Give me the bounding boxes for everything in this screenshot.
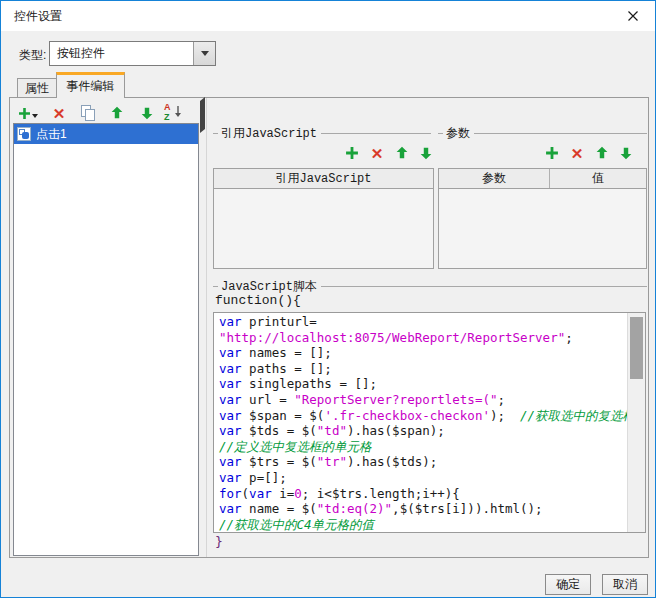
code-line: var url = "ReportServer?reportlets=("; [219, 392, 626, 408]
tab-event-edit[interactable]: 事件编辑 [56, 72, 125, 98]
copy-event-button[interactable] [77, 103, 99, 123]
panel-splitter[interactable] [206, 98, 207, 557]
chevron-down-icon [201, 51, 209, 56]
plus-icon [545, 146, 559, 160]
chevron-down-icon [32, 114, 38, 118]
add-param-button[interactable] [541, 143, 563, 163]
script-code-editor[interactable]: var printurl="http://localhost:8075/WebR… [213, 312, 646, 533]
code-line: var names = []; [219, 345, 626, 361]
column-header-param: 参数 [439, 169, 549, 188]
code-line: var $span = $('.fr-checkbox-checkon'); /… [219, 408, 626, 424]
arrow-right-icon [200, 108, 205, 133]
event-list[interactable]: 点击1 [13, 123, 199, 556]
event-item-label: 点击1 [36, 126, 67, 143]
params-table-header: 参数 值 [439, 169, 646, 189]
move-down-event-button[interactable] [136, 103, 158, 123]
close-button[interactable] [623, 6, 643, 26]
code-line: var p=[]; [219, 470, 626, 486]
sort-events-button[interactable]: A Z [161, 103, 183, 123]
editor-scrollbar-thumb[interactable] [630, 317, 643, 379]
cancel-button[interactable]: 取消 [602, 574, 648, 595]
code-line: var $trs = $("tr").has($tds); [219, 454, 626, 470]
code-line: "http://localhost:8075/WebReport/ReportS… [219, 330, 626, 346]
code-line: //定义选中复选框的单元格 [219, 439, 626, 455]
list-item-click1[interactable]: 点击1 [14, 124, 198, 144]
arrow-down-icon [418, 145, 434, 161]
column-header-value: 值 [549, 169, 646, 188]
widget-type-select[interactable]: 按钮控件 [49, 41, 216, 66]
delete-x-icon: ✕ [371, 146, 384, 161]
event-item-icon [17, 127, 31, 141]
params-group-label: 参数 [438, 126, 647, 140]
reference-js-table[interactable]: 引用JavaScript [213, 168, 434, 269]
script-group-label: JavaScript脚本 [213, 279, 647, 293]
sort-arrow-icon [174, 104, 182, 120]
function-open-text: function(){ [215, 293, 301, 308]
copy-icon [79, 104, 97, 122]
move-up-reference-button[interactable] [391, 143, 413, 163]
code-line: var singlepaths = []; [219, 376, 626, 392]
code-content: var printurl="http://localhost:8075/WebR… [219, 314, 626, 532]
delete-param-button[interactable]: ✕ [566, 143, 588, 163]
code-line: var name = $("td:eq(2)",$($trs[i])).html… [219, 501, 626, 517]
arrow-down-icon [618, 145, 634, 161]
editor-scrollbar[interactable] [627, 313, 645, 532]
add-reference-button[interactable] [341, 143, 363, 163]
titlebar: 控件设置 [1, 1, 655, 31]
column-header: 引用JavaScript [214, 169, 433, 188]
arrow-up-icon [109, 105, 125, 121]
tab-properties[interactable]: 属性 [17, 78, 57, 98]
control-settings-dialog: 控件设置 类型: 按钮控件 属性 事件编辑 ✕ [0, 0, 656, 598]
close-icon [625, 8, 641, 24]
delete-x-icon: ✕ [53, 106, 66, 121]
code-line: //获取选中的C4单元格的值 [219, 517, 626, 533]
delete-reference-button[interactable]: ✕ [366, 143, 388, 163]
sort-az-icon: A Z [162, 103, 182, 123]
reference-js-table-header: 引用JavaScript [214, 169, 433, 189]
code-line: var $tds = $("td").has($span); [219, 423, 626, 439]
plus-icon [18, 107, 31, 120]
ok-button[interactable]: 确定 [545, 574, 591, 595]
function-close-text: } [215, 534, 223, 549]
move-up-param-button[interactable] [591, 143, 613, 163]
reference-js-group-label: 引用JavaScript [213, 126, 431, 140]
move-down-reference-button[interactable] [415, 143, 437, 163]
add-event-button[interactable] [17, 103, 39, 123]
widget-type-value: 按钮控件 [50, 42, 193, 65]
arrow-down-icon [139, 105, 155, 121]
delete-event-button[interactable]: ✕ [48, 103, 70, 123]
arrow-up-icon [594, 145, 610, 161]
widget-type-dropdown-button[interactable] [193, 42, 215, 65]
code-line: var paths = []; [219, 361, 626, 377]
delete-x-icon: ✕ [571, 146, 584, 161]
window-title: 控件设置 [14, 1, 62, 31]
code-line: var printurl= [219, 314, 626, 330]
type-label: 类型: [19, 47, 46, 64]
move-down-param-button[interactable] [615, 143, 637, 163]
plus-icon [345, 146, 359, 160]
code-line: for(var i=0; i<$trs.length;i++){ [219, 486, 626, 502]
params-table[interactable]: 参数 值 [438, 168, 647, 269]
move-up-event-button[interactable] [106, 103, 128, 123]
arrow-up-icon [394, 145, 410, 161]
collapse-right-button[interactable] [200, 112, 205, 130]
